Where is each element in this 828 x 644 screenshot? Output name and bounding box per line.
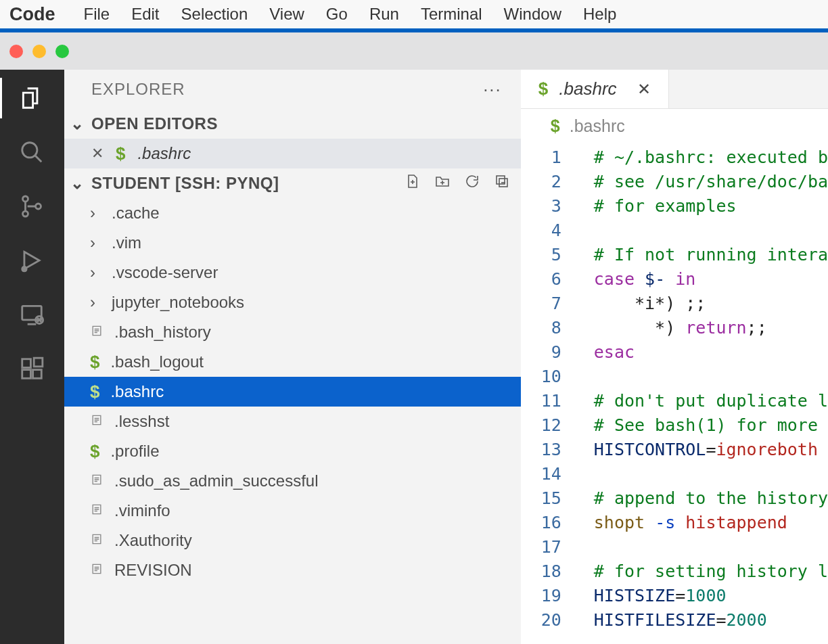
refresh-icon[interactable] xyxy=(464,173,480,193)
line-number: 7 xyxy=(521,292,575,316)
line-number: 15 xyxy=(521,486,575,511)
tab-label: .bashrc xyxy=(559,78,616,99)
menu-terminal[interactable]: Terminal xyxy=(421,5,482,24)
close-icon[interactable]: ✕ xyxy=(91,145,104,162)
text-file-icon xyxy=(90,501,104,520)
open-editor-item[interactable]: ✕ $ .bashrc xyxy=(64,139,521,168)
tree-file[interactable]: .viminfo xyxy=(64,496,521,526)
window-minimize-icon[interactable] xyxy=(32,45,46,58)
shell-file-icon: $ xyxy=(538,78,548,99)
folder-name: .vscode-server xyxy=(112,263,218,282)
collapse-all-icon[interactable] xyxy=(494,173,510,193)
code-line: 20HISTFILESIZE=2000 xyxy=(521,608,828,632)
line-number: 2 xyxy=(521,170,575,194)
text-file-icon xyxy=(90,323,104,342)
menu-view[interactable]: View xyxy=(269,5,304,24)
line-number: 13 xyxy=(521,438,575,462)
menu-window[interactable]: Window xyxy=(504,5,561,24)
breadcrumb[interactable]: $ .bashrc xyxy=(521,109,828,143)
tab-bashrc[interactable]: $ .bashrc ✕ xyxy=(521,70,669,108)
menu-edit[interactable]: Edit xyxy=(131,5,159,24)
chevron-right-icon: › xyxy=(90,204,101,223)
menu-run[interactable]: Run xyxy=(369,5,399,24)
code-line: 6case $- in xyxy=(521,267,828,292)
menu-selection[interactable]: Selection xyxy=(181,5,248,24)
tree-file[interactable]: .bash_history xyxy=(64,317,521,347)
tree-file[interactable]: .sudo_as_admin_successful xyxy=(64,466,521,496)
shell-file-icon: $ xyxy=(116,143,125,164)
tree-file[interactable]: $.bashrc xyxy=(64,377,521,407)
explorer-icon[interactable] xyxy=(18,85,45,112)
tree-file[interactable]: $.bash_logout xyxy=(64,347,521,377)
menu-go[interactable]: Go xyxy=(326,5,348,24)
tree-file[interactable]: REVISION xyxy=(64,555,521,585)
close-icon[interactable]: ✕ xyxy=(637,80,651,99)
file-name: .bash_logout xyxy=(110,352,203,371)
chevron-right-icon: › xyxy=(90,233,101,252)
tab-bar: $ .bashrc ✕ xyxy=(521,70,828,109)
code-line: 1# ~/.bashrc: executed b xyxy=(521,145,828,170)
code-text: HISTCONTROL=ignoreboth xyxy=(575,438,818,462)
code-area[interactable]: 1# ~/.bashrc: executed b2# see /usr/shar… xyxy=(521,143,828,644)
menu-file[interactable]: File xyxy=(84,5,110,24)
shell-file-icon: $ xyxy=(90,382,99,402)
tree-folder[interactable]: ›.vim xyxy=(64,228,521,258)
code-text: # for examples xyxy=(575,194,737,218)
shell-file-icon: $ xyxy=(90,352,99,373)
menu-help[interactable]: Help xyxy=(583,5,616,24)
text-file-icon xyxy=(90,472,104,490)
tree-file[interactable]: .lesshst xyxy=(64,407,521,436)
file-name: .bash_history xyxy=(114,323,211,342)
code-line: 14 xyxy=(521,462,828,486)
svg-point-2 xyxy=(23,211,28,216)
window-zoom-icon[interactable] xyxy=(55,45,69,58)
explorer-panel: EXPLORER ··· ⌄ OPEN EDITORS ✕ $ .bashrc … xyxy=(64,70,521,644)
svg-rect-9 xyxy=(33,370,42,379)
search-icon[interactable] xyxy=(18,139,45,166)
line-number: 20 xyxy=(521,608,575,632)
tree-folder[interactable]: ›jupyter_notebooks xyxy=(64,288,521,317)
source-control-icon[interactable] xyxy=(18,193,45,220)
code-line: 18# for setting history l xyxy=(521,559,828,584)
code-text: case $- in xyxy=(575,267,696,292)
svg-point-3 xyxy=(36,204,41,209)
tree-folder[interactable]: ›.cache xyxy=(64,198,521,228)
code-line: 4 xyxy=(521,218,828,243)
folder-name: .cache xyxy=(112,204,160,223)
line-number: 6 xyxy=(521,267,575,292)
code-text: *i*) ;; xyxy=(575,292,706,316)
new-file-icon[interactable] xyxy=(405,173,421,193)
text-file-icon xyxy=(90,531,104,550)
explorer-more-icon[interactable]: ··· xyxy=(483,79,502,100)
open-editors-label: OPEN EDITORS xyxy=(91,114,218,133)
extensions-icon[interactable] xyxy=(18,355,45,382)
code-line: 11# don't put duplicate l xyxy=(521,389,828,413)
breadcrumb-label: .bashrc xyxy=(570,116,625,136)
code-text xyxy=(575,218,594,243)
code-line: 19HISTSIZE=1000 xyxy=(521,584,828,608)
run-debug-icon[interactable] xyxy=(18,247,45,274)
code-text: HISTSIZE=1000 xyxy=(575,584,727,608)
code-text: # ~/.bashrc: executed b xyxy=(575,145,828,170)
line-number: 10 xyxy=(521,365,575,389)
line-number: 9 xyxy=(521,340,575,365)
workspace-folder-header[interactable]: ⌄ STUDENT [SSH: PYNQ] xyxy=(64,168,521,198)
new-folder-icon[interactable] xyxy=(434,173,451,193)
code-text: # for setting history l xyxy=(575,559,828,584)
remote-explorer-icon[interactable] xyxy=(18,301,45,328)
tree-folder[interactable]: ›.vscode-server xyxy=(64,258,521,288)
svg-point-0 xyxy=(22,143,37,158)
code-text: shopt -s histappend xyxy=(575,511,787,535)
tree-file[interactable]: .Xauthority xyxy=(64,526,521,555)
open-editors-header[interactable]: ⌄ OPEN EDITORS xyxy=(64,109,521,139)
tree-file[interactable]: $.profile xyxy=(64,436,521,466)
text-file-icon xyxy=(90,412,104,431)
line-number: 17 xyxy=(521,535,575,559)
window-close-icon[interactable] xyxy=(9,45,23,58)
svg-point-1 xyxy=(23,196,28,202)
chevron-down-icon: ⌄ xyxy=(70,174,85,193)
code-text: *) return;; xyxy=(575,316,767,340)
line-number: 16 xyxy=(521,511,575,535)
file-name: .sudo_as_admin_successful xyxy=(114,472,319,490)
svg-rect-10 xyxy=(34,358,43,367)
